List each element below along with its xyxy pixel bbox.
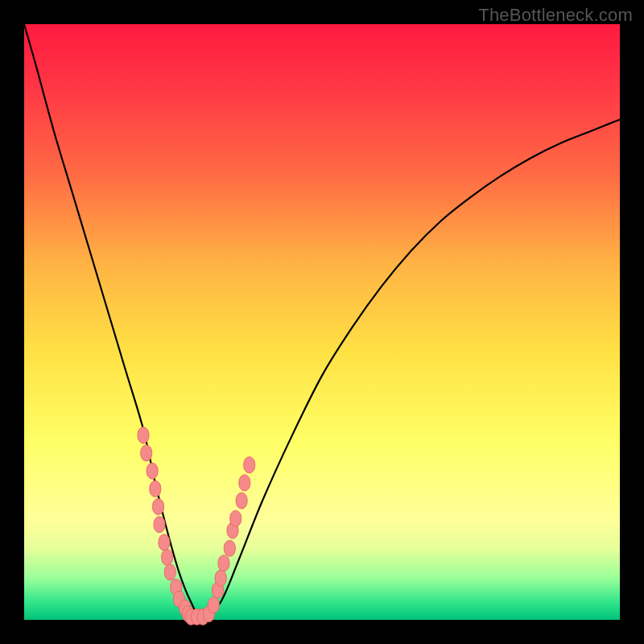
curve-marker [150,481,161,497]
curve-marker [141,445,152,461]
curve-marker [218,555,229,572]
curve-marker [230,510,242,526]
curve-marker [208,597,219,613]
curve-marker [236,493,247,509]
curve-marker [153,498,164,514]
curve-marker [138,427,149,444]
curve-marker [215,570,226,586]
bottleneck-curve [24,24,620,620]
curve-marker [147,463,158,479]
marker-group [138,427,255,625]
plot-area [24,24,620,620]
watermark-text: TheBottleneck.com [478,5,633,26]
curve-marker [239,475,250,491]
curve-marker [159,535,170,551]
curve-marker [224,540,235,556]
curve-marker [154,517,165,533]
curve-marker [244,457,255,473]
chart-svg [24,24,620,620]
chart-frame: TheBottleneck.com [0,0,644,644]
curve-marker [164,564,175,580]
curve-marker [162,549,173,565]
